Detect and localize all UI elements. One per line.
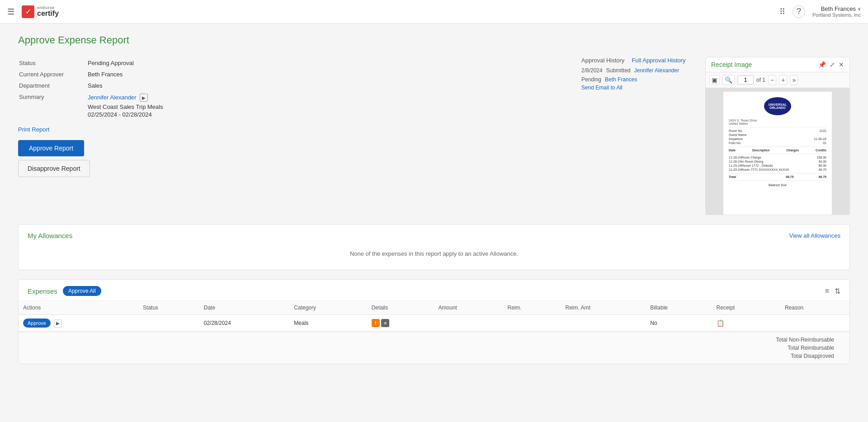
zoom-out-button[interactable]: − (768, 75, 776, 85)
department-row: Department Sales (19, 80, 570, 91)
help-icon[interactable]: ? (793, 5, 805, 18)
summary-value: Jennifer Alexander ▶ West Coast Sales Tr… (88, 92, 570, 120)
grid-icon[interactable]: ⠿ (779, 7, 785, 17)
total-disapproved-row: Total Disapproved (23, 352, 845, 360)
receipt-logo-text: UNIVERSALORLANDO (769, 103, 787, 109)
col-reason: Reason (780, 301, 849, 315)
allowances-title: My Allowances (28, 232, 72, 239)
status-label: Status (19, 58, 87, 68)
zoom-in-button[interactable]: + (779, 75, 787, 85)
row-date: 02/28/2024 (199, 315, 290, 332)
col-actions: Actions (19, 301, 138, 315)
panel-toggle-button[interactable]: ▣ (709, 75, 720, 85)
page-number-input[interactable] (737, 75, 754, 84)
col-category: Category (289, 301, 367, 315)
logo-text: emburse certify (37, 6, 59, 17)
summary-label: Summary (19, 92, 87, 120)
allowances-section: My Allowances View all Allowances None o… (18, 224, 850, 270)
logo-check-icon: ✓ (25, 7, 31, 16)
status-row: Status Pending Approval (19, 58, 570, 68)
total-reimbursable-row: Total Reimbursable (23, 344, 845, 352)
print-report-link[interactable]: Print Report (18, 126, 571, 133)
warning-icon[interactable]: ! (372, 319, 380, 327)
row-reim-amt (561, 315, 646, 332)
summary-description: West Coast Sales Trip Meals (88, 103, 566, 110)
view-all-allowances-link[interactable]: View all Allowances (789, 232, 840, 239)
col-receipt: Receipt (712, 301, 780, 315)
header: ☰ ✓ emburse certify ⠿ ? Beth Frances ∨ P… (0, 0, 868, 23)
pending-row: Pending Beth Frances (581, 76, 694, 83)
pending-person-link[interactable]: Beth Frances (605, 76, 637, 83)
totals-area: Total Non-Reimbursable Total Reimbursabl… (19, 332, 849, 364)
row-reim (503, 315, 561, 332)
main-content: Approve Expense Report Status Pending Ap… (0, 23, 868, 375)
col-details: Details (367, 301, 434, 315)
approval-history: Approval History Full Approval History 2… (581, 57, 694, 215)
col-reim-amt: Reim. Amt (561, 301, 646, 315)
allowances-empty-message: None of the expenses in this report appl… (28, 245, 840, 263)
report-info: Status Pending Approval Current Approver… (18, 57, 571, 215)
send-email-link[interactable]: Send Email to All (581, 84, 694, 91)
full-approval-history-link[interactable]: Full Approval History (632, 57, 685, 64)
row-category: Meals (289, 315, 367, 332)
history-date-1: 2/8/2024 (581, 67, 603, 74)
list-view-icon[interactable]: ≡ (825, 287, 829, 295)
pending-label: Pending (581, 76, 601, 83)
hamburger-icon[interactable]: ☰ (7, 7, 14, 17)
receipt-logo: UNIVERSALORLANDO (764, 97, 791, 115)
summary-name-link[interactable]: Jennifer Alexander (88, 94, 137, 101)
expenses-header: Expenses Approve All ≡ ⇅ (19, 280, 849, 301)
receipt-title: Receipt Image (711, 61, 752, 68)
logo-box: ✓ (22, 5, 34, 18)
logo-certify-label: certify (37, 10, 59, 17)
receipt-toolbar: ▣ 🔍 of 1 − + » (706, 72, 849, 88)
expenses-table-body: Approve ▶ 02/28/2024 Meals ! ✕ No (19, 315, 849, 332)
sort-icon[interactable]: ⇅ (835, 287, 840, 295)
receipt-image-area[interactable]: UNIVERSALORLANDO 2424 S. Texas Drive Uni… (706, 88, 849, 215)
logo: ✓ emburse certify (22, 5, 59, 18)
report-section: Status Pending Approval Current Approver… (18, 57, 850, 215)
expand-icon[interactable]: ⤢ (830, 61, 835, 68)
history-row-1: 2/8/2024 Submitted Jennifer Alexander (581, 67, 694, 74)
page-title: Approve Expense Report (18, 34, 850, 46)
summary-row: Summary Jennifer Alexander ▶ West Coast … (19, 92, 570, 120)
close-detail-icon[interactable]: ✕ (381, 319, 389, 327)
disapprove-report-button[interactable]: Disapprove Report (18, 160, 90, 177)
current-approver-label: Current Approver (19, 69, 87, 80)
total-non-reimbursable-label: Total Non-Reimbursable (776, 337, 834, 343)
history-person-link-1[interactable]: Jennifer Alexander (634, 67, 679, 74)
current-approver-row: Current Approver Beth Frances (19, 69, 570, 80)
approve-report-button[interactable]: Approve Report (18, 140, 84, 156)
header-left: ☰ ✓ emburse certify (7, 5, 59, 18)
col-amount: Amount (434, 301, 503, 315)
allowances-header: My Allowances View all Allowances (28, 232, 840, 239)
more-options-button[interactable]: » (790, 75, 798, 85)
summary-dates: 02/25/2024 - 02/28/2024 (88, 111, 566, 118)
total-disapproved-label: Total Disapproved (791, 353, 834, 359)
row-approve-button[interactable]: Approve (23, 319, 51, 328)
pin-icon[interactable]: 📌 (818, 61, 826, 68)
approval-history-label: Approval History (581, 57, 624, 64)
user-info[interactable]: Beth Frances ∨ Portland Systems, Inc (812, 5, 861, 18)
receipt-panel: Receipt Image 📌 ⤢ ✕ ▣ 🔍 of 1 − + » (705, 57, 850, 215)
receipt-view-icon[interactable]: 📋 (717, 319, 724, 327)
info-table: Status Pending Approval Current Approver… (18, 57, 571, 121)
receipt-header: Receipt Image 📌 ⤢ ✕ (706, 57, 849, 72)
header-right: ⠿ ? Beth Frances ∨ Portland Systems, Inc (779, 5, 861, 18)
current-approver-value: Beth Frances (88, 69, 570, 80)
col-billable: Billable (646, 301, 712, 315)
zoom-search-button[interactable]: 🔍 (722, 75, 735, 85)
table-row: Approve ▶ 02/28/2024 Meals ! ✕ No (19, 315, 849, 332)
receipt-controls: 📌 ⤢ ✕ (818, 61, 844, 68)
row-reason (780, 315, 849, 332)
user-company: Portland Systems, Inc (812, 12, 861, 18)
close-icon[interactable]: ✕ (839, 61, 844, 68)
approve-all-button[interactable]: Approve All (63, 286, 101, 296)
history-status-1: Submitted (606, 67, 631, 74)
row-status (138, 315, 199, 332)
summary-arrow-icon[interactable]: ▶ (140, 94, 148, 102)
expenses-table-header: Actions Status Date Category Details Amo… (19, 301, 849, 315)
page-of-label: of 1 (756, 77, 765, 83)
total-reimbursable-label: Total Reimbursable (788, 345, 834, 351)
row-arrow-icon[interactable]: ▶ (54, 319, 62, 328)
